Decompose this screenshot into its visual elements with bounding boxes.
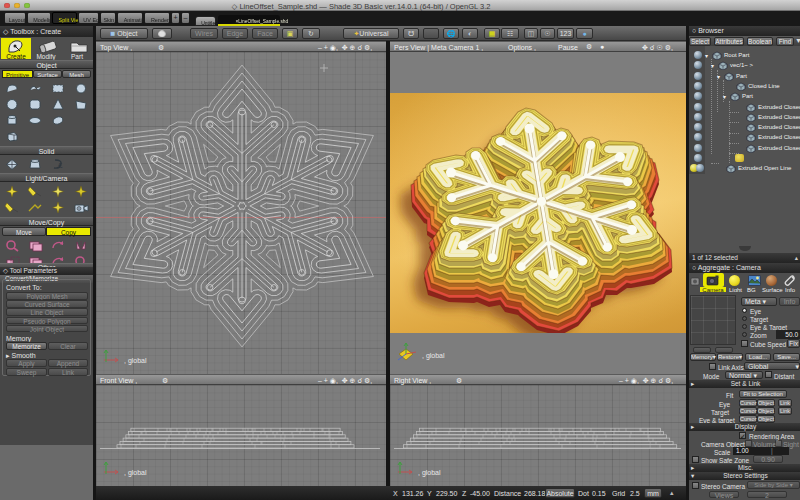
svg-text:£: £ (58, 161, 63, 170)
svg-text:, global: , global (124, 469, 147, 477)
svg-text:, global: , global (418, 469, 441, 477)
svg-text:, global: , global (124, 357, 147, 365)
svg-text:, global: , global (422, 352, 445, 360)
